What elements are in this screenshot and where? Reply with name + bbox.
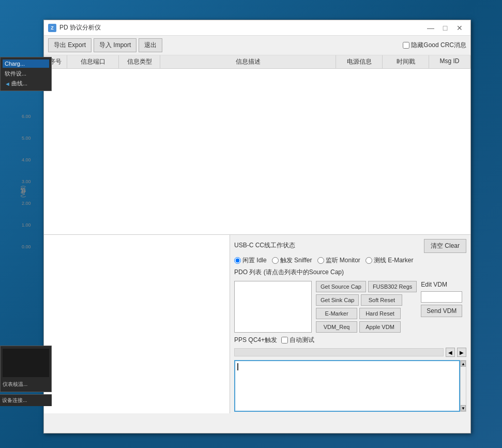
text-output[interactable]: [234, 360, 460, 412]
auto-test-label[interactable]: 自动测试: [281, 336, 314, 345]
main-window: Z PD 协议分析仪 — □ ✕ 导出 Export 导入 Import 退出 …: [43, 20, 471, 434]
chart-placeholder: [44, 235, 230, 413]
get-sink-cap-btn[interactable]: Get Sink Cap: [316, 294, 359, 306]
toolbar-right: 隐藏Good CRC消息: [403, 41, 466, 50]
import-button[interactable]: 导入 Import: [94, 38, 136, 52]
title-bar-left: Z PD 协议分析仪: [48, 23, 101, 32]
software-settings[interactable]: 软件设...: [3, 69, 49, 79]
hide-crc-checkbox[interactable]: [403, 42, 409, 49]
col-header-type: 信息类型: [119, 55, 160, 68]
pdo-list-box[interactable]: [234, 281, 312, 333]
usb-status-title: USB-C CC线工作状态: [234, 241, 295, 250]
pdo-btn-row-2: Get Sink Cap Soft Reset: [316, 294, 417, 306]
curve-item[interactable]: ◄ 曲线...: [3, 79, 49, 88]
left-side-panel: Charg... 软件设... ◄ 曲线...: [0, 57, 52, 91]
instrument-label: 仪表核温...: [1, 380, 51, 389]
pdo-btn-row-1: Get Source Cap FUSB302 Regs: [316, 281, 417, 292]
pps-label: PPS QC4+触发: [234, 336, 277, 345]
edit-vdm-section: Edit VDM Send VDM: [421, 281, 462, 317]
radio-sniffer[interactable]: 触发 Sniffer: [272, 256, 312, 265]
device-connect-text: 设备连接...: [2, 397, 50, 404]
usb-status-row: USB-C CC线工作状态 清空 Clear: [234, 239, 466, 253]
table-header: 序号 信息端口 信息类型 信息描述 电源信息 时间戳 Msg ID: [44, 55, 470, 69]
window-title: PD 协议分析仪: [59, 23, 101, 32]
slider-right-arrow[interactable]: ▶: [457, 348, 466, 357]
edit-vdm-input[interactable]: [421, 291, 462, 303]
col-header-msg: Msg ID: [429, 55, 470, 68]
col-header-desc: 信息描述: [160, 55, 336, 68]
slider-left-arrow[interactable]: ◀: [446, 348, 455, 357]
radio-group: 闲置 Idle 触发 Sniffer 监听 Monitor 测线 E-Marke…: [234, 256, 466, 265]
charge-tab[interactable]: Charg...: [3, 59, 49, 68]
slider-row: ◀ ▶: [234, 348, 466, 357]
pdo-edit-row: Get Source Cap FUSB302 Regs Get Sink Cap…: [234, 281, 466, 333]
title-bar: Z PD 协议分析仪 — □ ✕: [44, 20, 470, 36]
radio-monitor[interactable]: 监听 Monitor: [317, 256, 360, 265]
hide-crc-label[interactable]: 隐藏Good CRC消息: [403, 41, 466, 50]
control-area: USB-C CC线工作状态 清空 Clear 闲置 Idle 触发 Sniffe…: [230, 235, 470, 413]
table-area: 序号 信息端口 信息类型 信息描述 电源信息 时间戳 Msg ID: [44, 55, 470, 235]
send-vdm-button[interactable]: Send VDM: [421, 305, 462, 317]
bottom-panel: USB-C CC线工作状态 清空 Clear 闲置 Idle 触发 Sniffe…: [44, 235, 470, 413]
app-icon: Z: [48, 24, 56, 32]
y-axis-values: 6.00 5.00 4.00 3.00 2.00 1.00 0.00: [22, 114, 31, 249]
scroll-down-arrow[interactable]: ▼: [461, 405, 466, 411]
emarker-btn[interactable]: E-Marker: [316, 308, 357, 319]
text-output-container: ▲ ▼: [234, 360, 466, 412]
scroll-up-arrow[interactable]: ▲: [461, 361, 466, 367]
hard-reset-btn[interactable]: Hard Reset: [359, 308, 401, 319]
pdo-title: PDO 列表 (请点击列表中的Source Cap): [234, 268, 466, 277]
pdo-btn-row-4: VDM_Req Apple VDM: [316, 321, 417, 333]
minimize-button[interactable]: —: [424, 23, 437, 33]
vdm-req-btn[interactable]: VDM_Req: [316, 321, 357, 333]
col-header-port: 信息端口: [67, 55, 119, 68]
radio-emarker[interactable]: 测线 E-Marker: [366, 256, 414, 265]
soft-reset-btn[interactable]: Soft Reset: [361, 294, 402, 306]
get-source-cap-btn[interactable]: Get Source Cap: [316, 281, 366, 292]
chart-area: [44, 235, 230, 413]
col-header-power: 电源信息: [336, 55, 383, 68]
toolbar: 导出 Export 导入 Import 退出 隐藏Good CRC消息: [44, 36, 470, 55]
col-header-time: 时间戳: [383, 55, 429, 68]
title-controls: — □ ✕: [424, 23, 466, 33]
export-button[interactable]: 导出 Export: [48, 38, 92, 52]
pdo-buttons: Get Source Cap FUSB302 Regs Get Sink Cap…: [316, 281, 417, 333]
radio-idle[interactable]: 闲置 Idle: [234, 256, 267, 265]
pps-section: PPS QC4+触发 自动测试: [234, 336, 466, 345]
pdo-btn-row-3: E-Marker Hard Reset: [316, 308, 417, 319]
apple-vdm-btn[interactable]: Apple VDM: [359, 321, 401, 333]
text-cursor: [237, 363, 238, 370]
table-body: [44, 69, 470, 234]
slider-track[interactable]: [234, 348, 444, 356]
thumbnail: [3, 349, 49, 377]
fusb302-regs-btn[interactable]: FUSB302 Regs: [368, 281, 417, 292]
vertical-scrollbar[interactable]: ▲ ▼: [460, 360, 466, 412]
exit-button[interactable]: 退出: [139, 38, 162, 52]
bottom-left-panel: 仪表核温...: [0, 346, 52, 392]
device-connect-label: 设备连接...: [0, 394, 52, 406]
edit-vdm-title: Edit VDM: [421, 281, 462, 288]
close-button[interactable]: ✕: [453, 23, 466, 33]
restore-button[interactable]: □: [438, 23, 452, 33]
clear-button[interactable]: 清空 Clear: [424, 239, 466, 253]
auto-test-checkbox[interactable]: [281, 337, 288, 344]
